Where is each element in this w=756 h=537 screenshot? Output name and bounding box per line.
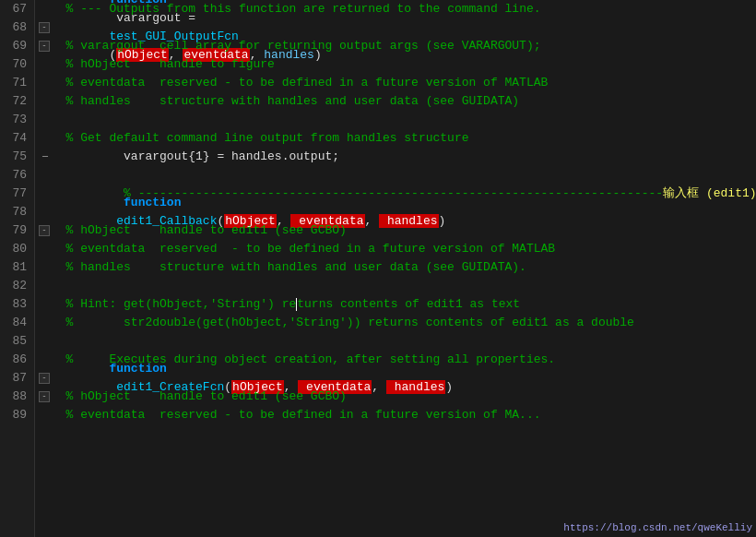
ln-81: 81 xyxy=(7,258,27,277)
fold-88[interactable]: - xyxy=(39,391,50,402)
code-line-71: % eventdata reserved - to be defined in … xyxy=(39,74,756,92)
code-line-75: — varargout{1} = handles.output; xyxy=(39,148,756,166)
ln-86: 86 xyxy=(7,351,27,369)
watermark: https://blog.csdn.net/qweKelliy xyxy=(563,522,752,533)
ln-77: 77 xyxy=(7,185,27,203)
code-line-89: % eventdata reserved - to be defined in … xyxy=(39,406,756,424)
ln-67: 67 xyxy=(7,0,27,18)
code-line-87: - function edit1_CreateFcn(hObject, even… xyxy=(39,369,756,388)
ln-84: 84 xyxy=(7,314,27,332)
ln-71: 71 xyxy=(7,74,27,92)
ln-68: 68 xyxy=(7,18,27,37)
line-numbers: 67 68 69 70 71 72 73 74 75 76 77 78 79 8… xyxy=(0,0,35,537)
ln-76: 76 xyxy=(7,166,27,185)
ln-74: 74 xyxy=(7,129,27,148)
fold-79[interactable]: - xyxy=(39,225,50,236)
ln-72: 72 xyxy=(7,92,27,111)
code-line-72: % handles structure with handles and use… xyxy=(39,92,756,111)
code-line-79: - % hObject handle to edit1 (see GCBO) xyxy=(39,221,756,240)
ln-83: 83 xyxy=(7,295,27,314)
code-line-80: % eventdata reserved - to be defined in … xyxy=(39,240,756,258)
code-line-73 xyxy=(39,111,756,129)
code-line-81: % handles structure with handles and use… xyxy=(39,258,756,277)
code-line-83: % Hint: get(hObject,'String') returns co… xyxy=(39,295,756,314)
ln-78: 78 xyxy=(7,203,27,221)
code-line-69: - % varargout cell array for returning o… xyxy=(39,37,756,55)
ln-87: 87 xyxy=(7,369,27,388)
code-line-88: - % hObject handle to edit1 (see GCBO) xyxy=(39,388,756,406)
ln-85: 85 xyxy=(7,332,27,351)
fold-87[interactable]: - xyxy=(39,373,50,384)
ln-80: 80 xyxy=(7,240,27,258)
code-area[interactable]: % --- Outputs from this function are ret… xyxy=(35,0,756,537)
ln-79: 79 xyxy=(7,221,27,240)
ln-82: 82 xyxy=(7,277,27,295)
ln-69: 69 xyxy=(7,37,27,55)
ln-89: 89 xyxy=(7,406,27,424)
code-line-82 xyxy=(39,277,756,295)
code-editor: 67 68 69 70 71 72 73 74 75 76 77 78 79 8… xyxy=(0,0,756,537)
fold-69[interactable]: - xyxy=(39,41,50,52)
ln-73: 73 xyxy=(7,111,27,129)
ln-75: 75 xyxy=(7,148,27,166)
ln-88: 88 xyxy=(7,388,27,406)
ln-70: 70 xyxy=(7,55,27,74)
code-line-70: % hObject handle to figure xyxy=(39,55,756,74)
fold-68[interactable]: - xyxy=(39,22,50,33)
code-line-68: - function varargout = test_GUI_OutputFc… xyxy=(39,18,756,37)
code-line-84: % str2double(get(hObject,'String')) retu… xyxy=(39,314,756,332)
code-line-78: function edit1_Callback(hObject, eventda… xyxy=(39,203,756,221)
